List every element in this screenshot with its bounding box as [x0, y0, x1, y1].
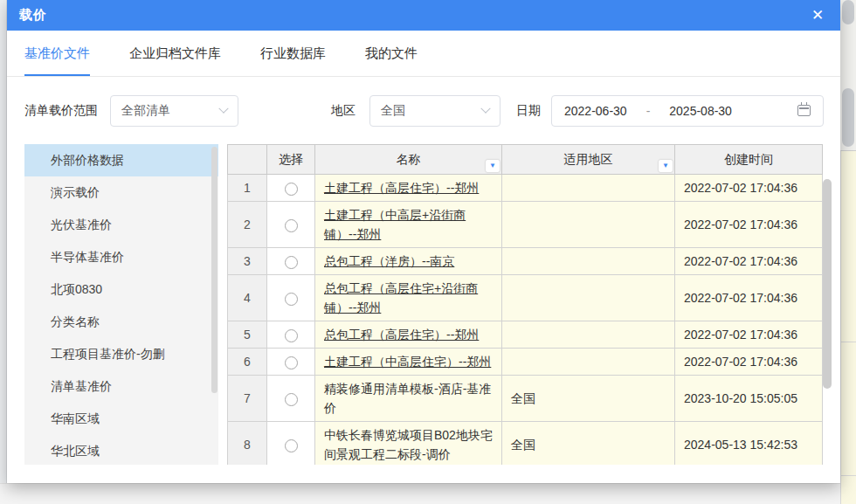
sidebar-item[interactable]: 分类名称 [24, 306, 218, 338]
region-cell [502, 349, 675, 376]
name-cell: 土建工程（中高层住宅）--郑州 [315, 349, 502, 376]
select-cell [267, 376, 315, 422]
region-select[interactable]: 全国 [369, 95, 500, 127]
file-name[interactable]: 总包工程（高层住宅）--郑州 [324, 328, 479, 342]
background-page-left-edge [0, 0, 7, 504]
header-select: 选择 [267, 145, 315, 175]
sidebar-scrollbar-thumb[interactable] [211, 147, 217, 393]
file-name: 精装修通用清单模板-酒店-基准价 [324, 382, 491, 415]
select-cell [267, 248, 315, 275]
header-name: 名称 ▼ [315, 145, 502, 175]
row-index: 5 [228, 321, 267, 349]
name-cell: 土建工程（高层住宅）--郑州 [315, 175, 502, 202]
calendar-icon [797, 105, 811, 116]
header-row-number [228, 145, 267, 175]
tab-1[interactable]: 基准价文件 [24, 31, 90, 76]
file-name[interactable]: 土建工程（高层住宅）--郑州 [324, 181, 479, 195]
created-cell: 2022-07-02 17:04:36 [675, 349, 823, 376]
created-cell: 2024-05-13 15:42:53 [675, 422, 823, 466]
header-region: 适用地区 ▼ [502, 145, 675, 175]
table-scrollbar-thumb[interactable] [823, 179, 832, 389]
dialog-content: 外部价格数据演示载价光伏基准价半导体基准价北项0830分类名称工程项目基准价-勿… [24, 144, 832, 465]
name-cell: 土建工程（中高层+沿街商铺）--郑州 [315, 202, 502, 248]
price-file-table: 选择 名称 ▼ 适用地区 ▼ 创建时间 1土建工程（高层 [227, 144, 832, 465]
row-index: 8 [228, 422, 267, 466]
scope-select-value: 全部清单 [121, 103, 170, 119]
region-cell: 全国 [502, 376, 675, 422]
select-cell [267, 422, 315, 466]
row-radio[interactable] [285, 219, 298, 232]
load-price-dialog: 载价 ✕ 基准价文件企业归档文件库行业数据库我的文件 清单载价范围 全部清单 地… [7, 0, 840, 483]
tab-4[interactable]: 我的文件 [365, 31, 418, 76]
row-index: 1 [228, 175, 267, 202]
background-table-edge [840, 150, 856, 504]
category-sidebar: 外部价格数据演示载价光伏基准价半导体基准价北项0830分类名称工程项目基准价-勿… [24, 144, 218, 465]
name-cell: 总包工程（高层住宅+沿街商铺）--郑州 [315, 275, 502, 321]
sidebar-item[interactable]: 半导体基准价 [24, 241, 218, 273]
close-icon[interactable]: ✕ [807, 5, 828, 26]
tab-2[interactable]: 企业归档文件库 [129, 31, 221, 76]
created-cell: 2022-07-02 17:04:36 [675, 248, 823, 275]
created-cell: 2023-10-20 15:05:05 [675, 376, 823, 422]
chevron-down-icon [480, 103, 490, 113]
table-row: 8中铁长春博览城项目B02地块宅间景观工程二标段-调价全国2024-05-13 … [228, 422, 823, 466]
region-cell: 全国 [502, 422, 675, 466]
screen: 载价 ✕ 基准价文件企业归档文件库行业数据库我的文件 清单载价范围 全部清单 地… [0, 0, 856, 504]
tab-bar: 基准价文件企业归档文件库行业数据库我的文件 [7, 31, 840, 77]
sidebar-list: 外部价格数据演示载价光伏基准价半导体基准价北项0830分类名称工程项目基准价-勿… [24, 144, 218, 465]
region-label: 地区 [331, 103, 356, 119]
row-index: 2 [228, 202, 267, 248]
sidebar-item[interactable]: 外部价格数据 [24, 144, 218, 176]
file-name[interactable]: 土建工程（中高层住宅）--郑州 [324, 355, 491, 369]
sidebar-item[interactable]: 清单基准价 [24, 370, 218, 403]
sidebar-item[interactable]: 华北区域 [24, 435, 218, 465]
dialog-title: 载价 [19, 7, 47, 24]
table-row: 3总包工程（洋房）--南京2022-07-02 17:04:36 [228, 248, 823, 275]
sidebar-item[interactable]: 华南区域 [24, 403, 218, 435]
name-cell: 总包工程（洋房）--南京 [315, 248, 502, 275]
select-cell [267, 175, 315, 202]
region-select-value: 全国 [381, 103, 405, 119]
date-separator: - [646, 104, 651, 118]
name-filter-icon[interactable]: ▼ [486, 160, 500, 172]
row-radio[interactable] [285, 293, 298, 306]
created-cell: 2022-07-02 17:04:36 [675, 202, 823, 248]
scope-select[interactable]: 全部清单 [110, 95, 238, 127]
chevron-down-icon [218, 103, 228, 113]
sidebar-item[interactable]: 光伏基准价 [24, 209, 218, 241]
row-radio[interactable] [285, 329, 298, 342]
created-cell: 2022-07-02 17:04:36 [675, 175, 823, 202]
sidebar-item[interactable]: 工程项目基准价-勿删 [24, 338, 218, 370]
background-row-divider [841, 475, 856, 476]
sidebar-item[interactable]: 北项0830 [24, 273, 218, 306]
file-name[interactable]: 总包工程（高层住宅+沿街商铺）--郑州 [324, 281, 478, 314]
created-cell: 2022-07-02 17:04:36 [675, 321, 823, 349]
background-page-bottom [0, 483, 856, 504]
row-index: 4 [228, 275, 267, 321]
name-cell: 精装修通用清单模板-酒店-基准价 [315, 376, 502, 422]
page-scrollbar-segment[interactable] [842, 0, 854, 24]
file-name[interactable]: 总包工程（洋房）--南京 [324, 254, 454, 268]
name-cell: 总包工程（高层住宅）--郑州 [315, 321, 502, 349]
tab-3[interactable]: 行业数据库 [260, 31, 326, 76]
region-cell [502, 275, 675, 321]
date-end-value: 2025-08-30 [669, 104, 732, 118]
region-cell [502, 321, 675, 349]
row-radio[interactable] [285, 393, 298, 406]
scope-label: 清单载价范围 [24, 103, 98, 119]
background-row-divider [841, 342, 856, 342]
sidebar-item[interactable]: 演示载价 [24, 176, 218, 209]
row-radio[interactable] [285, 183, 298, 196]
file-name[interactable]: 土建工程（中高层+沿街商铺）--郑州 [324, 208, 466, 241]
region-cell [502, 175, 675, 202]
row-radio[interactable] [285, 439, 298, 452]
select-cell [267, 202, 315, 248]
header-name-label: 名称 [397, 152, 421, 166]
date-range-picker[interactable]: 2022-06-30 - 2025-08-30 [551, 95, 824, 127]
table-row: 6土建工程（中高层住宅）--郑州2022-07-02 17:04:36 [228, 349, 823, 376]
region-filter-icon[interactable]: ▼ [659, 160, 673, 172]
row-radio[interactable] [285, 256, 298, 269]
file-name: 中铁长春博览城项目B02地块宅间景观工程二标段-调价 [324, 428, 493, 461]
page-scrollbar-thumb[interactable] [842, 88, 854, 147]
row-radio[interactable] [285, 356, 298, 369]
